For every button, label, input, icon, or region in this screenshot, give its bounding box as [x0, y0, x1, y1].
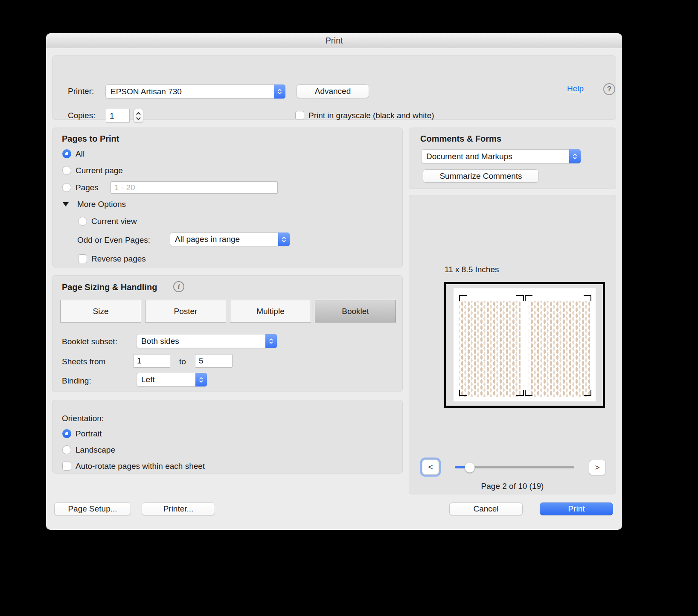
next-page-button[interactable]: >	[589, 460, 606, 475]
cancel-label: Cancel	[473, 504, 498, 514]
crop-mark	[516, 390, 524, 396]
chevron-updown-icon	[265, 334, 277, 348]
summarize-comments-label: Summarize Comments	[439, 171, 522, 181]
preview-zoom-slider[interactable]	[455, 466, 574, 468]
printer-label: Printer:	[68, 87, 94, 96]
binding-select[interactable]: Left	[136, 373, 207, 386]
radio-pages[interactable]	[62, 183, 71, 192]
radio-current-view[interactable]	[78, 217, 87, 226]
autorotate-checkbox[interactable]	[62, 462, 71, 471]
radio-portrait-label: Portrait	[76, 429, 102, 439]
sheets-from-input[interactable]	[133, 354, 170, 368]
previous-page-label: <	[428, 462, 433, 472]
crop-mark	[525, 295, 532, 301]
page-sizing-title: Page Sizing & Handling	[62, 282, 157, 292]
help-link[interactable]: Help	[567, 84, 584, 93]
tab-size[interactable]: Size	[60, 300, 141, 323]
binding-value: Left	[137, 375, 195, 384]
next-page-label: >	[595, 463, 599, 472]
radio-portrait[interactable]	[62, 429, 71, 438]
chevron-updown-icon	[278, 232, 290, 246]
sheets-to-input[interactable]	[195, 354, 233, 368]
help-circle-icon[interactable]: ?	[603, 83, 615, 95]
slider-thumb[interactable]	[465, 462, 475, 472]
copies-stepper[interactable]	[134, 109, 143, 123]
comments-forms-value: Document and Markups	[422, 152, 569, 161]
radio-landscape[interactable]	[62, 445, 71, 454]
printer-select[interactable]: EPSON Artisan 730	[105, 84, 285, 99]
tab-multiple-label: Multiple	[256, 307, 284, 316]
preview-page-thumbnail[interactable]	[444, 282, 605, 408]
grayscale-checkbox[interactable]	[295, 111, 304, 120]
stepper-chevrons-icon	[136, 111, 141, 121]
radio-current-page-label: Current page	[76, 166, 123, 175]
chevron-updown-icon	[274, 84, 285, 99]
printer-button-label: Printer...	[163, 504, 194, 514]
preview-right-page-text	[529, 301, 590, 397]
page-setup-button[interactable]: Page Setup...	[54, 503, 131, 515]
advanced-button[interactable]: Advanced	[297, 84, 369, 98]
booklet-subset-value: Both sides	[137, 337, 265, 346]
booklet-subset-select[interactable]: Both sides	[136, 334, 277, 348]
autorotate-label: Auto-rotate pages within each sheet	[76, 462, 205, 471]
tab-size-label: Size	[93, 307, 109, 316]
page-status: Page 2 of 10 (19)	[409, 482, 616, 491]
window-titlebar[interactable]: Print	[46, 33, 622, 48]
radio-current-page[interactable]	[62, 166, 71, 175]
crop-mark	[584, 390, 591, 396]
tab-multiple[interactable]: Multiple	[230, 300, 311, 323]
printer-panel: Printer: EPSON Artisan 730 Advanced Help…	[52, 55, 616, 120]
radio-current-view-label: Current view	[91, 217, 137, 226]
advanced-button-label: Advanced	[315, 87, 351, 96]
preview-size-label: 11 x 8.5 Inches	[445, 265, 499, 274]
cancel-button[interactable]: Cancel	[449, 503, 523, 515]
chevron-updown-icon	[569, 149, 581, 163]
crop-mark	[584, 295, 591, 301]
window-title: Print	[325, 36, 343, 46]
crop-mark	[525, 390, 532, 396]
tab-poster[interactable]: Poster	[145, 300, 226, 323]
page-setup-label: Page Setup...	[68, 504, 117, 514]
orientation-panel: Orientation: Portrait Landscape Auto-rot…	[52, 400, 403, 474]
sheets-to-label: to	[179, 357, 186, 366]
copies-input[interactable]	[106, 109, 130, 123]
comments-forms-select[interactable]: Document and Markups	[421, 149, 581, 163]
summarize-comments-button[interactable]: Summarize Comments	[423, 169, 539, 183]
tab-booklet[interactable]: Booklet	[315, 300, 396, 323]
pages-to-print-title: Pages to Print	[62, 134, 119, 144]
tab-poster-label: Poster	[174, 307, 198, 316]
more-options-disclosure-icon[interactable]	[63, 202, 69, 206]
pages-to-print-panel: Pages to Print All Current page Pages Mo…	[52, 128, 403, 267]
printer-button[interactable]: Printer...	[142, 503, 215, 515]
more-options-label[interactable]: More Options	[77, 200, 126, 209]
page-sizing-panel: Page Sizing & Handling i Size Poster Mul…	[52, 275, 403, 392]
chevron-updown-icon	[195, 373, 207, 386]
binding-label: Binding:	[62, 376, 91, 386]
crop-mark	[516, 295, 524, 301]
print-label: Print	[568, 504, 585, 514]
radio-all[interactable]	[62, 149, 71, 158]
preview-sheet	[454, 288, 596, 401]
radio-all-label: All	[76, 149, 84, 159]
booklet-subset-label: Booklet subset:	[62, 337, 117, 346]
odd-even-select-value: All pages in range	[170, 235, 278, 244]
reverse-pages-checkbox[interactable]	[78, 254, 87, 263]
orientation-title: Orientation:	[62, 414, 104, 423]
preview-left-page-text	[459, 301, 520, 397]
reverse-pages-label: Reverse pages	[91, 254, 146, 264]
print-dialog: Print Printer: EPSON Artisan 730 Advance…	[46, 33, 622, 530]
help-icon-glyph: ?	[607, 85, 611, 93]
info-icon[interactable]: i	[173, 281, 184, 292]
sheets-from-label: Sheets from	[62, 357, 105, 366]
print-button[interactable]: Print	[540, 503, 613, 515]
crop-mark	[459, 390, 467, 396]
previous-page-button[interactable]: <	[422, 459, 439, 475]
odd-even-label: Odd or Even Pages:	[77, 235, 150, 245]
radio-pages-label: Pages	[76, 183, 99, 192]
info-icon-glyph: i	[178, 283, 180, 291]
crop-mark	[459, 295, 467, 301]
odd-even-select[interactable]: All pages in range	[170, 232, 290, 246]
pages-range-input[interactable]	[111, 181, 278, 194]
radio-landscape-label: Landscape	[76, 445, 115, 455]
grayscale-label: Print in grayscale (black and white)	[308, 111, 434, 120]
